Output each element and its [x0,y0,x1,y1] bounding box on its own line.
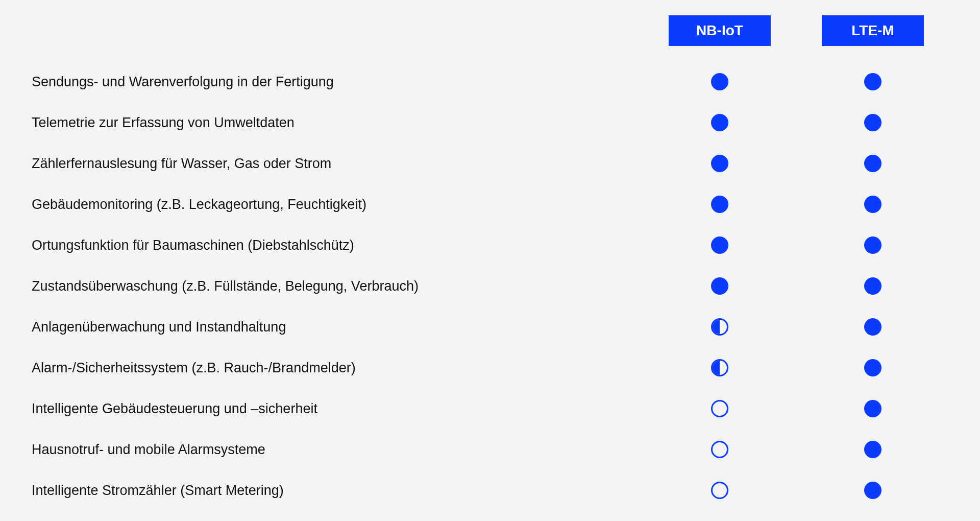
row-label: Zustandsüberwaschung (z.B. Füllstände, B… [31,278,643,294]
header-row: NB-IoT LTE-M [31,15,949,46]
cell-ltem [796,196,949,213]
row-label: Ortungsfunktion für Baumaschinen (Diebst… [31,238,643,253]
table-row: Intelligente Gebäudesteuerung und –siche… [31,388,949,429]
support-empty-icon [711,482,728,499]
support-full-icon [711,114,728,131]
row-label: Intelligente Gebäudesteuerung und –siche… [31,401,643,417]
comparison-table: NB-IoT LTE-M Sendungs- und Warenverfolgu… [31,15,949,511]
table-row: Gebäudemonitoring (z.B. Leckageortung, F… [31,184,949,225]
cell-nbiot [643,482,796,499]
table-row: Hausnotruf- und mobile Alarmsysteme [31,429,949,470]
support-full-icon [711,73,728,90]
cell-ltem [796,236,949,254]
cell-ltem [796,441,949,458]
column-header-nbiot: NB-IoT [669,15,771,46]
support-full-icon [864,359,881,376]
row-label: Hausnotruf- und mobile Alarmsysteme [31,442,643,458]
support-full-icon [864,114,881,131]
table-row: Intelligente Stromzähler (Smart Metering… [31,470,949,511]
row-label: Anlagenüberwachung und Instandhaltung [31,319,643,335]
cell-nbiot [643,196,796,213]
cell-ltem [796,114,949,131]
cell-ltem [796,400,949,417]
table-row: Telemetrie zur Erfassung von Umweltdaten [31,102,949,143]
cell-ltem [796,277,949,295]
row-label: Sendungs- und Warenverfolgung in der Fer… [31,74,643,90]
table-row: Alarm-/Sicherheitssystem (z.B. Rauch-/Br… [31,347,949,388]
header-spacer [31,15,643,46]
cell-nbiot [643,73,796,90]
table-row: Sendungs- und Warenverfolgung in der Fer… [31,61,949,102]
support-full-icon [711,155,728,172]
support-full-icon [864,277,881,295]
support-empty-icon [711,441,728,458]
cell-nbiot [643,114,796,131]
cell-nbiot [643,318,796,336]
support-full-icon [864,482,881,499]
support-full-icon [864,155,881,172]
support-full-icon [864,441,881,458]
cell-nbiot [643,400,796,417]
row-label: Gebäudemonitoring (z.B. Leckageortung, F… [31,197,643,212]
cell-ltem [796,482,949,499]
header-cell-ltem: LTE-M [796,15,949,46]
support-full-icon [711,196,728,213]
support-full-icon [864,196,881,213]
row-label: Intelligente Stromzähler (Smart Metering… [31,483,643,499]
support-full-icon [711,236,728,254]
table-row: Anlagenüberwachung und Instandhaltung [31,306,949,347]
support-full-icon [864,318,881,336]
cell-nbiot [643,277,796,295]
cell-ltem [796,359,949,376]
row-label: Zählerfernauslesung für Wasser, Gas oder… [31,156,643,172]
cell-nbiot [643,236,796,254]
support-full-icon [864,236,881,254]
row-label: Telemetrie zur Erfassung von Umweltdaten [31,115,643,131]
cell-ltem [796,73,949,90]
support-empty-icon [711,400,728,417]
rows-container: Sendungs- und Warenverfolgung in der Fer… [31,61,949,511]
support-half-icon [711,359,728,376]
cell-nbiot [643,155,796,172]
column-header-ltem: LTE-M [822,15,924,46]
support-half-icon [711,318,728,336]
support-full-icon [711,277,728,295]
cell-nbiot [643,441,796,458]
header-cell-nbiot: NB-IoT [643,15,796,46]
row-label: Alarm-/Sicherheitssystem (z.B. Rauch-/Br… [31,360,643,376]
cell-nbiot [643,359,796,376]
support-full-icon [864,400,881,417]
table-row: Ortungsfunktion für Baumaschinen (Diebst… [31,225,949,266]
cell-ltem [796,155,949,172]
cell-ltem [796,318,949,336]
support-full-icon [864,73,881,90]
table-row: Zustandsüberwaschung (z.B. Füllstände, B… [31,266,949,306]
table-row: Zählerfernauslesung für Wasser, Gas oder… [31,143,949,184]
